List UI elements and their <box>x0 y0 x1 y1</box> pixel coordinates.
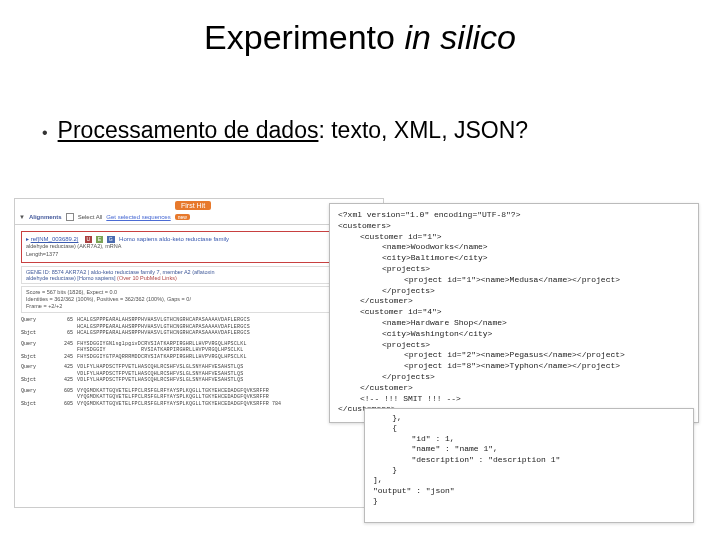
xml-line: <city>Baltimore</city> <box>338 253 690 264</box>
xml-line: <project id="1"><name>Medusa</name></pro… <box>338 275 690 286</box>
title-italic: in silico <box>404 18 515 56</box>
json-line: "output" : "json" <box>373 486 685 496</box>
xml-line: <projects> <box>338 340 690 351</box>
tag-g: G <box>107 236 115 243</box>
xml-line: <name>Hardware Shop</name> <box>338 318 690 329</box>
score-box: Score = 567 bits (1826), Expect = 0.0 Id… <box>21 286 377 313</box>
hit-sub1: aldehyde reductase) (AKR7A2), mRNA <box>26 243 372 251</box>
collapse-icon[interactable]: ▼ <box>19 214 25 220</box>
xml-line: <customer id="1"> <box>338 232 690 243</box>
bullet-rest: : texto, XML, JSON? <box>318 117 528 143</box>
json-line: "id" : 1, <box>373 434 685 444</box>
xml-line: <project id="8"><name>Typhon</name></pro… <box>338 361 690 372</box>
hit-accession[interactable]: ref|NM_003689.2| <box>31 236 79 242</box>
select-all-checkbox[interactable] <box>66 213 74 221</box>
new-badge: new <box>175 214 190 220</box>
align-row-1: Query245FHYSDGGIYGNlsglpgivDCRVSIATKARPI… <box>21 341 377 361</box>
bullet-item: • Processamento de dados: texto, XML, JS… <box>0 63 720 144</box>
xml-line: </projects> <box>338 372 690 383</box>
xml-line: <name>Woodworks</name> <box>338 242 690 253</box>
xml-panel: <?xml version="1.0" encoding="UTF-8"?> <… <box>329 203 699 423</box>
hit-sub2: Length=1377 <box>26 251 372 259</box>
blast-header: ▼ Alignments Select All Get selected seq… <box>15 210 383 225</box>
tag-u: U <box>85 236 93 243</box>
json-line: } <box>373 496 685 506</box>
align-row-0: Query65HCALGSPPPEARALAHSRPPHVHASVLGTHCNG… <box>21 317 377 337</box>
xml-line: <customer id="4"> <box>338 307 690 318</box>
align-row-2: Query425VDLFYLHAPDSCTFPVETLHASCQHLRCSHFV… <box>21 364 377 384</box>
json-line: ], <box>373 475 685 485</box>
bullet-text: Processamento de dados: texto, XML, JSON… <box>58 117 528 144</box>
first-hit-badge: First Hit <box>175 201 211 210</box>
title-prefix: Experimento <box>204 18 404 56</box>
json-line: }, <box>373 413 685 423</box>
alignments-label: Alignments <box>29 214 62 220</box>
panels-area: First Hit ▼ Alignments Select All Get se… <box>14 198 706 526</box>
hit-desc: Homo sapiens aldo-keto reductase family <box>119 236 229 242</box>
xml-line: <!-- !!! SMIT !!! --> <box>338 394 690 405</box>
json-line: { <box>373 423 685 433</box>
xml-line: <city>Washington</city> <box>338 329 690 340</box>
alignment-block: Query65HCALGSPPPEARALAHSRPPHVHASVLGTHCNG… <box>21 317 377 407</box>
json-line: } <box>373 465 685 475</box>
slide-title: Experimento in silico <box>0 0 720 63</box>
blast-hit-box: ▸ ref|NM_003689.2| U E G Homo sapiens al… <box>21 231 377 263</box>
expand-icon[interactable]: ▸ <box>26 236 29 242</box>
select-all-label: Select All <box>78 214 103 220</box>
json-line: "description" : "description 1" <box>373 455 685 465</box>
xml-line: <project id="2"><name>Pegasus</name></pr… <box>338 350 690 361</box>
xml-line: <projects> <box>338 264 690 275</box>
hit-title-row: ▸ ref|NM_003689.2| U E G Homo sapiens al… <box>26 235 372 243</box>
get-selected-link[interactable]: Get selected sequences <box>106 214 170 220</box>
gene-text-sub: aldehyde reductase) [Homo sapiens] <box>26 275 117 281</box>
align-row-3: Query605VYQGMDKATTGQVETELFPCLRSFGLRFYAYS… <box>21 388 377 408</box>
xml-line: </customer> <box>338 296 690 307</box>
pubmed-links[interactable]: (Over 10 PubMed Links) <box>117 275 177 281</box>
json-panel: }, { "id" : 1, "name" : "name 1", "descr… <box>364 408 694 523</box>
bullet-dot-icon: • <box>42 124 48 142</box>
score-l2: Identities = 362/362 (100%), Positives =… <box>26 296 372 303</box>
gene-info-box: GENE ID: 8574 AKR7A2 | aldo-keto reducta… <box>21 266 377 284</box>
bullet-underlined: Processamento de dados <box>58 117 319 143</box>
xml-line: <customers> <box>338 221 690 232</box>
xml-line: </customer> <box>338 383 690 394</box>
tag-e: E <box>96 236 103 243</box>
score-l3: Frame = +2/+2 <box>26 303 372 310</box>
json-line: "name" : "name 1", <box>373 444 685 454</box>
xml-line: </projects> <box>338 286 690 297</box>
score-l1: Score = 567 bits (1826), Expect = 0.0 <box>26 289 372 296</box>
xml-line: <?xml version="1.0" encoding="UTF-8"?> <box>338 210 690 221</box>
